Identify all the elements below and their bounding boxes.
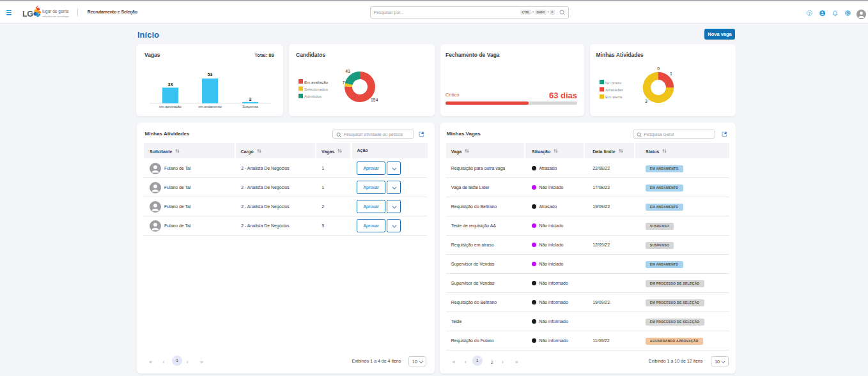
svg-text:em andamento: em andamento	[198, 105, 222, 109]
svg-text:3: 3	[645, 98, 647, 103]
svg-text:53: 53	[208, 72, 213, 77]
svg-text:0: 0	[657, 66, 660, 71]
svg-text:33: 33	[168, 82, 173, 87]
svg-text:?: ?	[809, 11, 811, 15]
svg-text:No prazo: No prazo	[605, 80, 622, 84]
svg-text:Atrasadas: Atrasadas	[605, 87, 623, 91]
svg-text:1: 1	[670, 71, 672, 76]
svg-text:Suspensa: Suspensa	[242, 105, 258, 109]
svg-text:Admitidos: Admitidos	[304, 94, 322, 98]
svg-text:7: 7	[342, 80, 345, 85]
svg-text:Em avaliação: Em avaliação	[304, 79, 329, 84]
svg-text:Em alerta: Em alerta	[605, 94, 623, 99]
svg-text:154: 154	[371, 98, 378, 102]
svg-text:Selecionados: Selecionados	[304, 86, 328, 91]
svg-text:em aprovação: em aprovação	[159, 105, 182, 109]
svg-text:2: 2	[249, 97, 252, 102]
svg-text:43: 43	[345, 69, 350, 73]
